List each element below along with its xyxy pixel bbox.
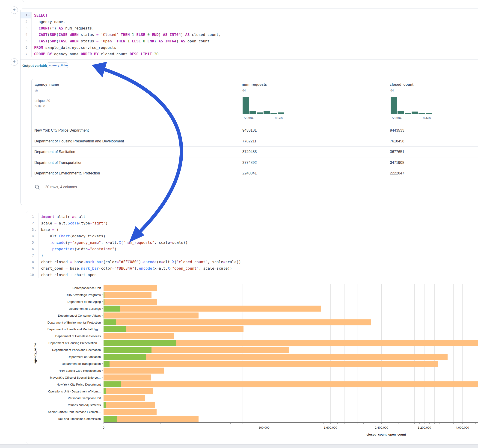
notebook-page: + + 1⌄SELECT 2⌄ agency_name,3⌄ COUNT(*) … <box>0 0 478 448</box>
annotation-arrow <box>0 0 478 448</box>
